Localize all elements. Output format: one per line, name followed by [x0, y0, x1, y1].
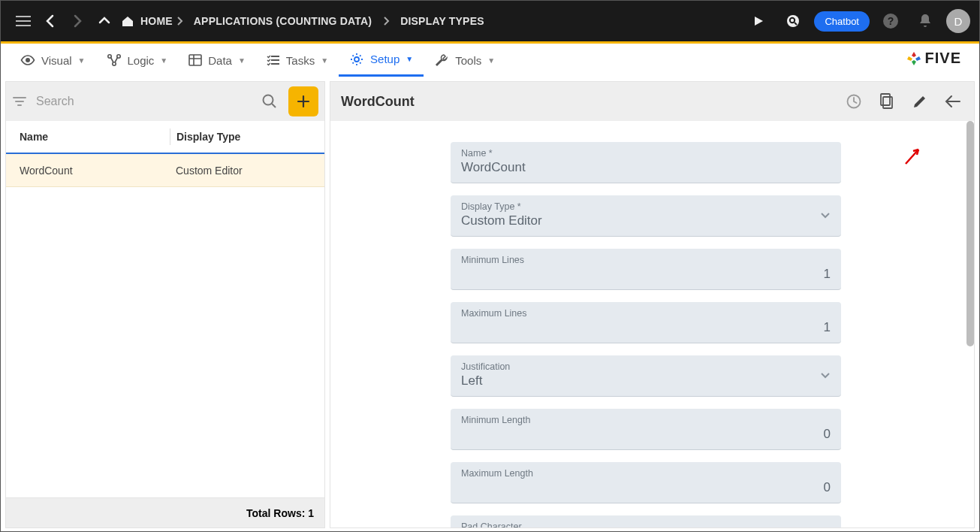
list-header-name[interactable]: Name: [20, 131, 170, 143]
tab-tools-label: Tools: [455, 54, 481, 67]
forward-icon: [64, 8, 91, 35]
topbar-right: Chatbot ? D: [745, 8, 970, 35]
list-footer: Total Rows: 1: [6, 497, 324, 527]
copy-icon[interactable]: [876, 91, 897, 112]
field-min-length[interactable]: Minimum Length 0: [451, 409, 841, 450]
left-panel: Name Display Type WordCount Custom Edito…: [5, 81, 325, 528]
hamburger-icon[interactable]: [10, 8, 37, 35]
list-icon: [267, 54, 280, 66]
svg-text:?: ?: [888, 15, 894, 27]
plus-icon: [296, 94, 311, 109]
detail-title: WordCount: [341, 94, 415, 110]
chevron-down-icon: [820, 372, 831, 379]
home-icon: [121, 15, 134, 27]
tab-logic-label: Logic: [128, 54, 155, 67]
total-rows-label: Total Rows: 1: [246, 507, 314, 519]
tab-tasks-label: Tasks: [286, 54, 315, 67]
svg-rect-12: [883, 97, 892, 108]
gear-icon: [349, 52, 364, 67]
field-display-type-label: Display Type *: [461, 201, 831, 212]
crumb-section[interactable]: DISPLAY TYPES: [393, 15, 492, 27]
tab-visual[interactable]: Visual▼: [10, 44, 96, 77]
field-name-value: WordCount: [461, 160, 831, 175]
svg-rect-13: [881, 94, 890, 105]
chevron-right-icon: [382, 17, 390, 26]
field-max-length-value: 0: [461, 480, 831, 495]
list-header-type[interactable]: Display Type: [176, 131, 240, 143]
detail-header: WordCount: [330, 82, 974, 121]
search-input[interactable]: [32, 95, 257, 108]
avatar-initial: D: [954, 15, 963, 28]
field-pad-character[interactable]: Pad Character: [451, 515, 841, 527]
field-display-type[interactable]: Display Type * Custom Editor: [451, 195, 841, 237]
list-row[interactable]: WordCount Custom Editor: [6, 154, 324, 187]
tab-visual-label: Visual: [41, 54, 72, 67]
crumb-home[interactable]: HOME: [121, 15, 173, 27]
column-divider: [170, 128, 170, 145]
field-min-lines-value: 1: [461, 267, 831, 282]
help-icon[interactable]: ?: [877, 8, 904, 35]
detail-actions: [843, 91, 963, 112]
up-icon[interactable]: [91, 8, 118, 35]
tab-data[interactable]: Data▼: [178, 44, 256, 77]
svg-point-7: [112, 62, 115, 65]
tab-tasks[interactable]: Tasks▼: [256, 44, 339, 77]
svg-point-10: [264, 95, 273, 105]
field-max-lines-value: 1: [461, 320, 831, 335]
svg-point-9: [354, 57, 359, 62]
field-min-lines[interactable]: Minimum Lines 1: [451, 249, 841, 290]
avatar[interactable]: D: [946, 9, 970, 33]
field-max-length[interactable]: Maximum Length 0: [451, 462, 841, 503]
svg-point-0: [787, 15, 799, 27]
field-justification[interactable]: Justification Left: [451, 355, 841, 397]
logic-icon: [107, 53, 122, 67]
topbar: HOME APPLICATIONS (COUNTING DATA) DISPLA…: [1, 1, 979, 41]
brand-logo-icon: [906, 50, 922, 67]
field-min-lines-label: Minimum Lines: [461, 255, 831, 265]
field-name-label: Name *: [461, 148, 831, 159]
detail-body[interactable]: Name * WordCount Display Type * Custom E…: [330, 121, 974, 527]
scrollbar[interactable]: [966, 121, 974, 346]
chevron-right-icon: [176, 17, 183, 26]
field-name[interactable]: Name * WordCount: [451, 142, 841, 183]
chevron-down-icon: [820, 212, 831, 219]
bell-icon[interactable]: [912, 8, 939, 35]
chatbot-button[interactable]: Chatbot: [814, 11, 870, 32]
main: Name Display Type WordCount Custom Edito…: [1, 77, 979, 532]
tabbar: Visual▼ Logic▼ Data▼ Tasks▼ Setup▼ Tools…: [1, 44, 979, 77]
field-justification-value: Left: [461, 373, 831, 388]
add-button[interactable]: [288, 86, 318, 116]
tab-tools[interactable]: Tools▼: [424, 44, 505, 77]
field-pad-character-label: Pad Character: [461, 521, 831, 527]
tab-setup-label: Setup: [370, 53, 400, 65]
search-circle-icon[interactable]: [779, 8, 807, 35]
list-row-type: Custom Editor: [176, 165, 243, 177]
history-icon[interactable]: [843, 91, 864, 112]
search-icon[interactable]: [261, 93, 278, 110]
list-header: Name Display Type: [6, 121, 324, 154]
brand: FIVE: [906, 50, 961, 67]
back-icon[interactable]: [37, 8, 64, 35]
edit-icon[interactable]: [909, 91, 930, 112]
form: Name * WordCount Display Type * Custom E…: [451, 142, 841, 527]
search-row: [6, 82, 324, 121]
table-icon: [188, 54, 202, 66]
breadcrumb: HOME APPLICATIONS (COUNTING DATA) DISPLA…: [121, 15, 492, 27]
list-body: WordCount Custom Editor: [6, 154, 324, 497]
field-min-length-value: 0: [461, 427, 831, 442]
field-justification-label: Justification: [461, 361, 831, 372]
play-icon[interactable]: [745, 8, 772, 35]
field-display-type-value: Custom Editor: [461, 213, 831, 228]
tab-data-label: Data: [208, 54, 232, 67]
field-max-lines[interactable]: Maximum Lines 1: [451, 302, 841, 343]
tab-logic[interactable]: Logic▼: [96, 44, 179, 77]
crumb-app[interactable]: APPLICATIONS (COUNTING DATA): [186, 15, 379, 27]
field-min-length-label: Minimum Length: [461, 415, 831, 425]
crumb-home-label: HOME: [140, 15, 173, 27]
list-row-name: WordCount: [20, 165, 176, 177]
tab-setup[interactable]: Setup▼: [339, 44, 424, 77]
svg-rect-8: [189, 55, 201, 65]
eye-icon: [20, 55, 35, 65]
back-arrow-icon[interactable]: [942, 91, 963, 112]
filter-icon[interactable]: [12, 95, 27, 107]
